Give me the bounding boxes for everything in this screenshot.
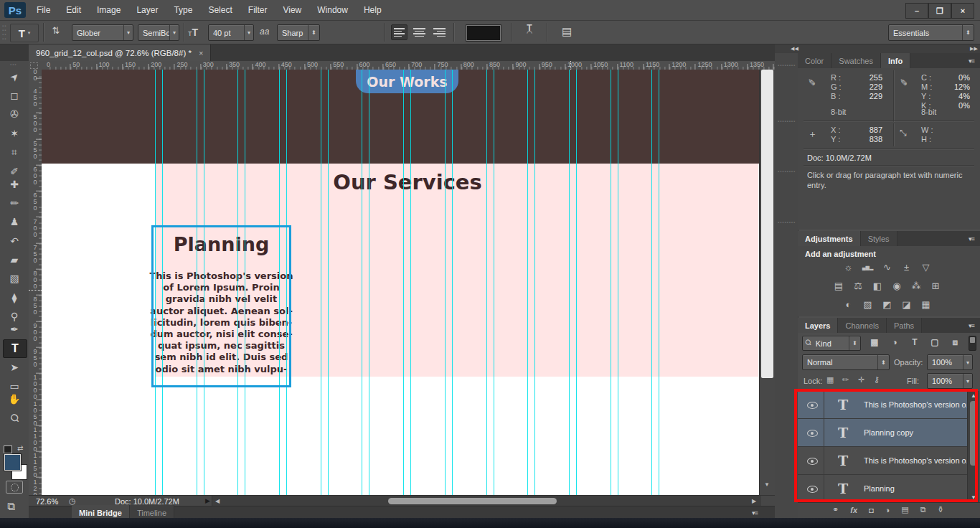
warp-text-button[interactable]: T ◠ — [521, 24, 538, 41]
menu-help[interactable]: Help — [356, 0, 390, 20]
levels-icon[interactable]: ▄▆▂ — [860, 261, 876, 273]
layer-filter-select[interactable]: Ϙ Kind⬍ — [802, 336, 861, 351]
close-button[interactable]: × — [951, 3, 974, 19]
tool-preset-picker[interactable]: T▾ — [10, 24, 39, 42]
layer-effects-icon[interactable]: fx — [850, 506, 857, 514]
lock-pixels-icon[interactable]: ✏ — [842, 375, 849, 385]
guide-line[interactable] — [576, 70, 577, 495]
canvas-vertical-scrollbar[interactable]: ▼ — [759, 70, 776, 495]
align-left-button[interactable] — [391, 24, 407, 40]
quick-mask-button[interactable] — [6, 481, 23, 494]
posterize-icon[interactable]: ▨ — [860, 298, 876, 311]
scrollbar-thumb[interactable] — [970, 401, 977, 466]
guide-line[interactable] — [618, 70, 618, 495]
canvas[interactable]: Our Works Our Services Planning This is … — [42, 70, 759, 495]
layer-row[interactable]: TPlanning — [798, 475, 967, 503]
canvas-horizontal-scrollbar[interactable]: ◀ ▶ — [212, 496, 761, 506]
filter-toggle-switch[interactable] — [969, 336, 976, 351]
layer-mask-icon[interactable]: ◘ — [869, 506, 874, 514]
tab-layers[interactable]: Layers — [798, 318, 838, 333]
blur-tool[interactable]: ⧫ — [3, 289, 26, 306]
align-right-button[interactable] — [431, 24, 448, 40]
pen-tool[interactable]: ✒ — [3, 321, 26, 338]
guide-line[interactable] — [410, 70, 411, 495]
link-layers-icon[interactable]: ⚭ — [832, 505, 839, 514]
menu-edit[interactable]: Edit — [58, 0, 89, 20]
workspace-select[interactable]: Essentials⬍ — [888, 24, 974, 41]
menu-filter[interactable]: Filter — [240, 0, 275, 20]
guide-line[interactable] — [362, 70, 362, 495]
guide-line[interactable] — [452, 70, 453, 495]
guide-line[interactable] — [494, 70, 494, 495]
minimize-button[interactable]: – — [905, 3, 928, 19]
opacity-select[interactable]: 100%▾ — [927, 354, 973, 370]
vibrance-icon[interactable]: ▽ — [918, 261, 934, 273]
curves-icon[interactable]: ∿ — [880, 261, 895, 273]
new-layer-icon[interactable]: ⧉ — [920, 505, 926, 514]
layer-visibility-icon[interactable] — [807, 430, 818, 437]
tab-close-icon[interactable]: × — [199, 49, 203, 57]
photo-filter-icon[interactable]: ◉ — [889, 280, 905, 292]
guide-line[interactable] — [486, 70, 487, 495]
menu-window[interactable]: Window — [309, 0, 356, 20]
color-lookup-icon[interactable]: ⊞ — [928, 280, 943, 292]
layer-visibility-icon[interactable] — [807, 486, 818, 493]
scrollbar-thumb[interactable] — [388, 498, 557, 504]
guide-line[interactable] — [527, 70, 528, 495]
channel-mixer-icon[interactable]: ⁂ — [908, 280, 924, 292]
delete-layer-icon[interactable]: ⚱ — [938, 505, 944, 514]
clone-stamp-tool[interactable]: ♟ — [3, 213, 26, 230]
layer-visibility-icon[interactable] — [807, 402, 818, 409]
guide-line[interactable] — [534, 70, 535, 495]
type-tool[interactable]: T — [3, 339, 27, 358]
anti-alias-select[interactable]: Sharp⬍ — [277, 24, 320, 41]
crop-tool[interactable]: ⌗ — [3, 143, 26, 161]
fill-select[interactable]: 100%▾ — [927, 373, 973, 389]
menu-file[interactable]: File — [29, 0, 58, 20]
align-center-button[interactable] — [411, 24, 428, 40]
font-style-select[interactable]: SemiBo...▾ — [138, 24, 179, 41]
gradient-tool[interactable]: ▧ — [3, 270, 26, 287]
lock-all-icon[interactable]: ⚷ — [874, 375, 880, 385]
brightness-contrast-icon[interactable]: ☼ — [841, 261, 857, 273]
tab-color[interactable]: Color — [798, 53, 831, 68]
zoom-tool[interactable]: Ϙ — [0, 403, 29, 432]
menu-image[interactable]: Image — [89, 0, 128, 20]
foreground-color-swatch[interactable] — [4, 454, 21, 471]
text-block-selection[interactable] — [151, 225, 291, 387]
default-colors-icon[interactable] — [4, 446, 12, 453]
magic-wand-tool[interactable]: ✶ — [3, 125, 26, 142]
blend-mode-select[interactable]: Normal⬍ — [802, 354, 890, 370]
guide-line[interactable] — [659, 70, 659, 495]
collapse-dock-left-icon[interactable]: ◀◀ — [791, 46, 798, 52]
zoom-level[interactable]: 72.6% — [36, 497, 58, 506]
eraser-tool[interactable]: ▰ — [3, 251, 26, 268]
exposure-icon[interactable]: ± — [899, 261, 915, 273]
panel-menu-icon[interactable]: ▾≡ — [969, 322, 974, 329]
guide-line[interactable] — [569, 70, 570, 495]
guide-line[interactable] — [611, 70, 611, 495]
history-brush-tool[interactable]: ↶ — [3, 232, 26, 250]
tab-paths[interactable]: Paths — [887, 318, 922, 333]
scroll-left-icon[interactable]: ◀ — [215, 498, 220, 504]
layer-row[interactable]: TThis is Photoshop's version o... — [798, 391, 967, 419]
panel-menu-icon[interactable]: ▾≡ — [969, 235, 974, 242]
guide-line[interactable] — [321, 70, 321, 495]
panel-menu-icon[interactable]: ▾≡ — [969, 57, 974, 65]
scroll-right-icon[interactable]: ▶ — [752, 498, 756, 504]
menu-type[interactable]: Type — [166, 0, 200, 20]
layer-visibility-icon[interactable] — [807, 458, 818, 465]
guide-line[interactable] — [651, 70, 652, 495]
swap-colors-icon[interactable]: ⇄ — [17, 444, 23, 452]
collapse-dock-right-icon[interactable]: ▶▶ — [970, 46, 978, 52]
menu-select[interactable]: Select — [200, 0, 240, 20]
layer-row[interactable]: TPlanning copy — [798, 419, 967, 447]
font-family-select[interactable]: Glober▾ — [72, 24, 133, 41]
font-size-select[interactable]: 40 pt▾ — [208, 24, 254, 41]
tab-swatches[interactable]: Swatches — [831, 53, 881, 68]
scroll-down-icon[interactable]: ▼ — [764, 481, 770, 488]
vertical-ruler[interactable]: 4 0 04 5 05 0 05 5 06 0 06 5 07 0 07 5 0… — [29, 70, 42, 495]
tab-styles[interactable]: Styles — [861, 231, 897, 246]
threshold-icon[interactable]: ◩ — [880, 298, 895, 311]
gradient-map-icon[interactable]: ◪ — [899, 298, 915, 311]
